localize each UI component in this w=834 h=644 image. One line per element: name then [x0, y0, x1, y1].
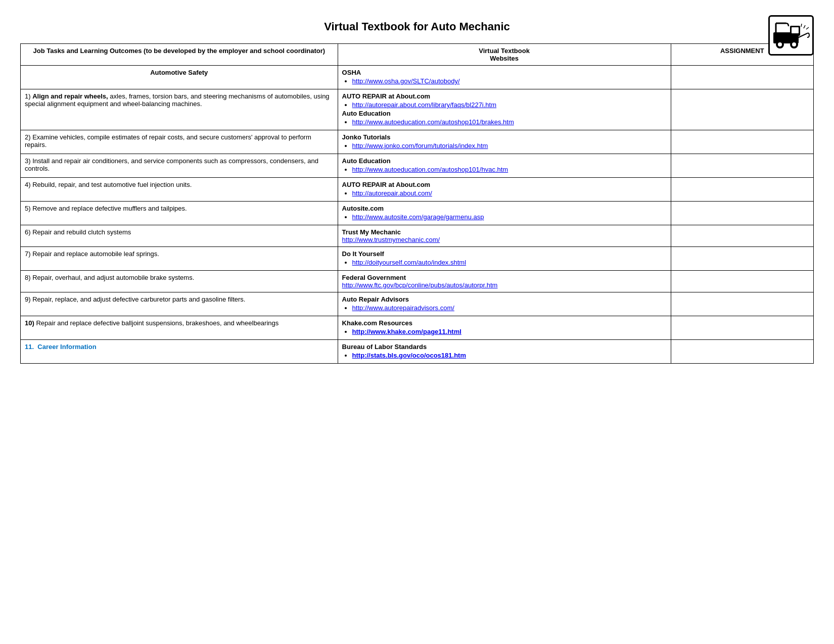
col-header-websites: Virtual TextbookWebsites [338, 44, 671, 66]
website-cell: Do It Yourselfhttp://doityourself.com/au… [338, 247, 671, 271]
table-row: 11. Career InformationBureau of Labor St… [21, 340, 814, 364]
website-cell: OSHAhttp://www.osha.gov/SLTC/autobody/ [338, 66, 671, 89]
assignment-cell [671, 66, 813, 89]
assignment-cell [671, 292, 813, 316]
assignment-cell [671, 225, 813, 247]
table-row: 10) Repair and replace defective balljoi… [21, 316, 814, 340]
svg-line-12 [801, 24, 802, 27]
logo-container [768, 15, 814, 56]
task-cell: 4) Rebuild, repair, and test automotive … [21, 178, 338, 202]
task-cell: 11. Career Information [21, 340, 338, 364]
main-table: Job Tasks and Learning Outcomes (to be d… [20, 43, 814, 364]
website-cell: Auto Educationhttp://www.autoeducation.c… [338, 154, 671, 178]
table-row: 3) Install and repair air conditioners, … [21, 154, 814, 178]
website-link[interactable]: http://www.ftc.gov/bcp/conline/pubs/auto… [342, 281, 498, 289]
assignment-cell [671, 316, 813, 340]
website-link[interactable]: http://doityourself.com/auto/index.shtml [352, 259, 466, 266]
website-cell: Federal Governmenthttp://www.ftc.gov/bcp… [338, 271, 671, 292]
website-link[interactable]: http://autorepair.about.com/library/faqs… [352, 101, 496, 109]
website-cell: AUTO REPAIR at About.comhttp://autorepai… [338, 178, 671, 202]
website-cell: Auto Repair Advisorshttp://www.autorepai… [338, 292, 671, 316]
svg-point-8 [792, 42, 796, 46]
website-link[interactable]: http://www.autosite.com/garage/garmenu.a… [352, 213, 484, 221]
task-cell: 10) Repair and replace defective balljoi… [21, 316, 338, 340]
assignment-cell [671, 178, 813, 202]
website-link[interactable]: http://stats.bls.gov/oco/ocos181.htm [352, 352, 466, 359]
task-cell: 8) Repair, overhaul, and adjust automobi… [21, 271, 338, 292]
website-link[interactable]: http://www.autoeducation.com/autoshop101… [352, 166, 508, 173]
task-cell: 1) Align and repair wheels, axles, frame… [21, 89, 338, 130]
website-link[interactable]: http://www.osha.gov/SLTC/autobody/ [352, 77, 460, 85]
table-row: 6) Repair and rebuild clutch systemsTrus… [21, 225, 814, 247]
task-cell: 5) Remove and replace defective mufflers… [21, 202, 338, 225]
website-link[interactable]: http://www.jonko.com/forum/tutorials/ind… [352, 142, 488, 150]
table-row: 9) Repair, replace, and adjust defective… [21, 292, 814, 316]
task-cell: Automotive Safety [21, 66, 338, 89]
svg-point-6 [778, 42, 782, 46]
website-cell: Trust My Mechanichttp://www.trustmymecha… [338, 225, 671, 247]
website-link[interactable]: http://www.khake.com/page11.html [352, 328, 461, 335]
task-cell: 6) Repair and rebuild clutch systems [21, 225, 338, 247]
assignment-cell [671, 89, 813, 130]
website-link[interactable]: http://www.trustmymechanic.com/ [342, 236, 440, 243]
table-row: 5) Remove and replace defective mufflers… [21, 202, 814, 225]
website-cell: Khake.com Resourceshttp://www.khake.com/… [338, 316, 671, 340]
table-header-row: Job Tasks and Learning Outcomes (to be d… [21, 44, 814, 66]
assignment-cell [671, 271, 813, 292]
svg-rect-2 [792, 27, 799, 33]
table-row: 2) Examine vehicles, compile estimates o… [21, 130, 814, 154]
task-cell: 7) Repair and replace automobile leaf sp… [21, 247, 338, 271]
table-row: Automotive SafetyOSHAhttp://www.osha.gov… [21, 66, 814, 89]
table-row: 1) Align and repair wheels, axles, frame… [21, 89, 814, 130]
assignment-cell [671, 130, 813, 154]
website-cell: Bureau of Labor Standardshttp://stats.bl… [338, 340, 671, 364]
website-link[interactable]: http://autorepair.about.com/ [352, 189, 432, 197]
assignment-cell [671, 154, 813, 178]
website-cell: Autosite.comhttp://www.autosite.com/gara… [338, 202, 671, 225]
page-title: Virtual Textbook for Auto Mechanic [20, 15, 814, 33]
task-cell: 2) Examine vehicles, compile estimates o… [21, 130, 338, 154]
page-header: Virtual Textbook for Auto Mechanic [20, 15, 814, 33]
table-row: 8) Repair, overhaul, and adjust automobi… [21, 271, 814, 292]
svg-line-10 [804, 25, 805, 28]
table-row: 7) Repair and replace automobile leaf sp… [21, 247, 814, 271]
website-link[interactable]: http://www.autorepairadvisors.com/ [352, 304, 454, 312]
website-link[interactable]: http://www.autoeducation.com/autoshop101… [352, 118, 514, 126]
task-cell: 3) Install and repair air conditioners, … [21, 154, 338, 178]
website-cell: Jonko Tutorialshttp://www.jonko.com/foru… [338, 130, 671, 154]
assignment-cell [671, 340, 813, 364]
tow-truck-icon [768, 15, 814, 56]
assignment-cell [671, 202, 813, 225]
website-cell: AUTO REPAIR at About.comhttp://autorepai… [338, 89, 671, 130]
svg-line-11 [806, 27, 809, 29]
table-row: 4) Rebuild, repair, and test automotive … [21, 178, 814, 202]
task-cell: 9) Repair, replace, and adjust defective… [21, 292, 338, 316]
assignment-cell [671, 247, 813, 271]
col-header-tasks: Job Tasks and Learning Outcomes (to be d… [21, 44, 338, 66]
